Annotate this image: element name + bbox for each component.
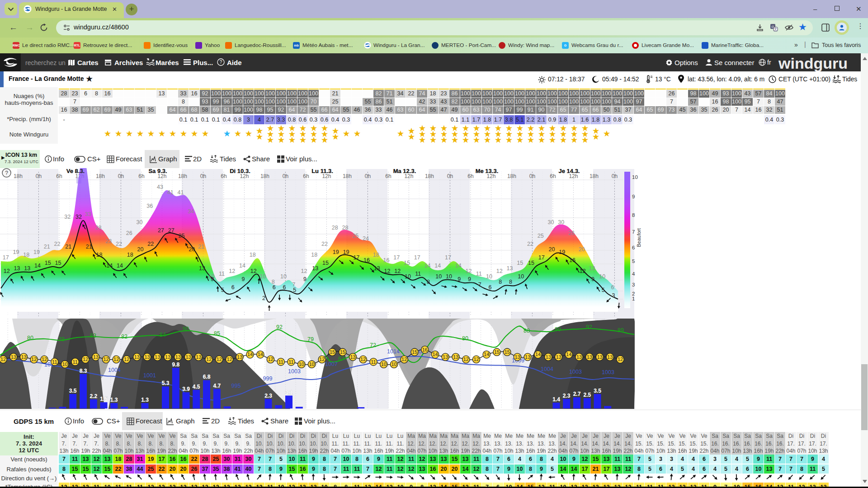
svg-text:27: 27 bbox=[168, 227, 175, 234]
svg-text:21: 21 bbox=[65, 244, 71, 250]
svg-text:19: 19 bbox=[559, 249, 565, 255]
svg-text:20: 20 bbox=[549, 246, 555, 253]
svg-text:14: 14 bbox=[247, 352, 253, 357]
svg-text:16: 16 bbox=[569, 257, 576, 263]
svg-text:14: 14 bbox=[239, 263, 245, 269]
svg-text:13: 13 bbox=[514, 354, 520, 360]
svg-text:13: 13 bbox=[185, 354, 191, 360]
svg-text:18: 18 bbox=[250, 252, 256, 258]
svg-text:0h: 0h bbox=[529, 173, 535, 179]
svg-text:16: 16 bbox=[363, 257, 370, 263]
svg-text:2.2: 2.2 bbox=[90, 393, 97, 399]
svg-text:2.5: 2.5 bbox=[583, 392, 591, 398]
svg-text:17: 17 bbox=[538, 254, 545, 261]
svg-text:11: 11 bbox=[415, 271, 421, 277]
svg-text:4.7: 4.7 bbox=[213, 383, 221, 389]
svg-text:12: 12 bbox=[83, 357, 88, 362]
svg-text:13: 13 bbox=[24, 265, 30, 272]
svg-text:9: 9 bbox=[458, 276, 461, 282]
svg-text:15: 15 bbox=[45, 260, 51, 266]
svg-text:12: 12 bbox=[463, 357, 469, 362]
svg-text:12: 12 bbox=[0, 357, 6, 362]
svg-text:?: ? bbox=[220, 60, 222, 65]
svg-text:6h: 6h bbox=[56, 173, 62, 179]
svg-text:32: 32 bbox=[75, 214, 82, 220]
svg-text:11: 11 bbox=[219, 271, 225, 277]
svg-text:13: 13 bbox=[312, 265, 318, 272]
svg-text:13: 13 bbox=[175, 354, 181, 360]
svg-text:90: 90 bbox=[183, 326, 189, 332]
svg-text:15: 15 bbox=[412, 349, 417, 355]
svg-text:6: 6 bbox=[489, 284, 492, 291]
svg-text:13: 13 bbox=[14, 265, 20, 272]
svg-text:12: 12 bbox=[229, 268, 235, 274]
svg-text:10: 10 bbox=[260, 273, 266, 280]
svg-text:15: 15 bbox=[404, 260, 410, 266]
svg-text:23: 23 bbox=[105, 238, 112, 244]
svg-text:13: 13 bbox=[556, 354, 561, 360]
svg-text:13: 13 bbox=[134, 354, 140, 360]
svg-text:18h: 18h bbox=[425, 173, 434, 179]
svg-text:5: 5 bbox=[632, 258, 635, 264]
svg-text:17: 17 bbox=[445, 254, 451, 261]
svg-text:19: 19 bbox=[13, 249, 19, 255]
svg-text:12: 12 bbox=[124, 357, 129, 362]
svg-text:Beaufort: Beaufort bbox=[636, 228, 642, 247]
svg-text:1003: 1003 bbox=[602, 369, 614, 375]
svg-text:12: 12 bbox=[226, 357, 232, 362]
svg-text:28: 28 bbox=[332, 225, 338, 231]
svg-text:6: 6 bbox=[231, 284, 235, 291]
svg-text:41: 41 bbox=[167, 189, 174, 196]
svg-text:83: 83 bbox=[90, 333, 96, 339]
svg-text:22: 22 bbox=[321, 241, 328, 247]
svg-text:67: 67 bbox=[338, 356, 344, 362]
svg-text:12: 12 bbox=[103, 357, 108, 362]
svg-text:90: 90 bbox=[555, 326, 561, 333]
svg-text:Me 13.3.: Me 13.3. bbox=[476, 168, 499, 174]
svg-text:8.3: 8.3 bbox=[80, 368, 87, 374]
svg-text:5.3: 5.3 bbox=[162, 380, 170, 386]
svg-text:24: 24 bbox=[363, 235, 369, 242]
svg-text:12: 12 bbox=[31, 357, 37, 362]
svg-text:9: 9 bbox=[303, 276, 307, 282]
svg-text:1003: 1003 bbox=[288, 368, 301, 375]
svg-text:92: 92 bbox=[586, 324, 592, 330]
svg-text:8: 8 bbox=[632, 212, 635, 218]
svg-text:12: 12 bbox=[113, 357, 119, 362]
svg-text:12: 12 bbox=[268, 357, 273, 362]
svg-text:0h: 0h bbox=[612, 173, 618, 179]
svg-text:13: 13 bbox=[443, 354, 448, 360]
svg-text:18: 18 bbox=[96, 252, 103, 258]
svg-text:11: 11 bbox=[278, 359, 283, 365]
svg-text:10: 10 bbox=[280, 273, 287, 280]
svg-text:14: 14 bbox=[117, 263, 123, 269]
svg-text:12: 12 bbox=[618, 357, 623, 362]
svg-text:21: 21 bbox=[86, 244, 92, 250]
svg-text:11: 11 bbox=[52, 359, 57, 365]
svg-text:11: 11 bbox=[288, 359, 293, 365]
svg-text:85: 85 bbox=[214, 330, 220, 337]
svg-text:1.3: 1.3 bbox=[110, 397, 118, 403]
svg-text:15: 15 bbox=[330, 349, 335, 355]
svg-text:1007: 1007 bbox=[325, 361, 338, 367]
svg-text:12: 12 bbox=[42, 357, 47, 362]
svg-text:12: 12 bbox=[394, 268, 401, 274]
svg-text:0h: 0h bbox=[200, 173, 206, 179]
svg-text:18h: 18h bbox=[96, 173, 105, 179]
svg-text:5: 5 bbox=[293, 287, 296, 293]
svg-text:3.1: 3.1 bbox=[285, 389, 293, 396]
svg-text:25: 25 bbox=[352, 233, 359, 239]
svg-text:12: 12 bbox=[401, 357, 407, 362]
svg-text:13: 13 bbox=[155, 354, 160, 360]
svg-text:13: 13 bbox=[199, 265, 205, 272]
svg-text:12: 12 bbox=[319, 357, 325, 362]
svg-text:43: 43 bbox=[157, 184, 163, 190]
svg-text:18: 18 bbox=[373, 252, 379, 258]
svg-text:13: 13 bbox=[546, 354, 551, 360]
svg-text:10: 10 bbox=[518, 273, 524, 280]
svg-text:13: 13 bbox=[453, 354, 458, 360]
svg-text:6: 6 bbox=[611, 284, 614, 291]
svg-text:13: 13 bbox=[576, 354, 582, 360]
svg-text:1004: 1004 bbox=[108, 367, 121, 373]
svg-text:22: 22 bbox=[527, 241, 533, 247]
